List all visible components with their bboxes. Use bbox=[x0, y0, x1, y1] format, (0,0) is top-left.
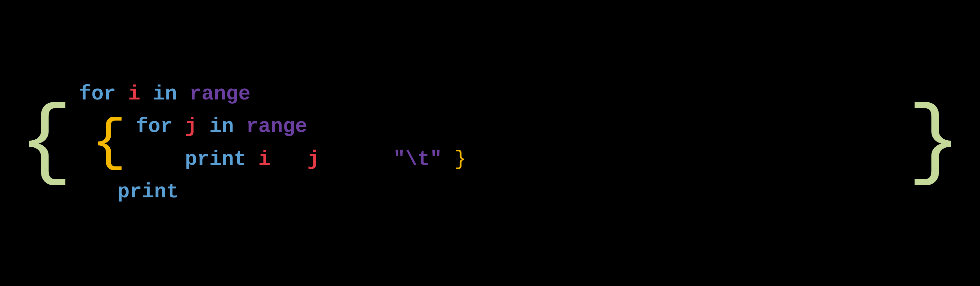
variable-j: j bbox=[185, 110, 197, 143]
variable-j: j bbox=[307, 143, 320, 176]
keyword-print: print bbox=[185, 143, 246, 176]
keyword-in: in bbox=[153, 78, 177, 110]
inner-brace-close: } bbox=[454, 143, 466, 176]
keyword-print: print bbox=[117, 176, 178, 208]
keyword-in: in bbox=[209, 110, 234, 143]
variable-i: i bbox=[258, 143, 270, 176]
outer-brace-open: { bbox=[19, 75, 73, 212]
code-line-1: for i in range bbox=[79, 78, 466, 110]
code-body: for i in range { for j in range print i … bbox=[73, 75, 473, 212]
inner-body: for j in range print i j "\t" } bbox=[126, 110, 466, 176]
variable-i: i bbox=[128, 78, 140, 110]
inner-block: { for j in range print i j "\t" } bbox=[92, 110, 466, 176]
inner-brace-open: { bbox=[92, 110, 126, 176]
code-line-3: print i j "\t" } bbox=[136, 143, 466, 176]
keyword-range: range bbox=[246, 110, 307, 143]
outer-brace-close: } bbox=[907, 75, 961, 212]
keyword-range: range bbox=[189, 78, 251, 110]
code-block: { for i in range { for j in range print bbox=[19, 75, 961, 212]
keyword-for: for bbox=[136, 110, 173, 143]
code-line-4: print bbox=[117, 176, 466, 208]
code-line-2: for j in range bbox=[136, 110, 466, 143]
keyword-for: for bbox=[79, 78, 116, 110]
string-literal: "\t" bbox=[393, 143, 442, 176]
